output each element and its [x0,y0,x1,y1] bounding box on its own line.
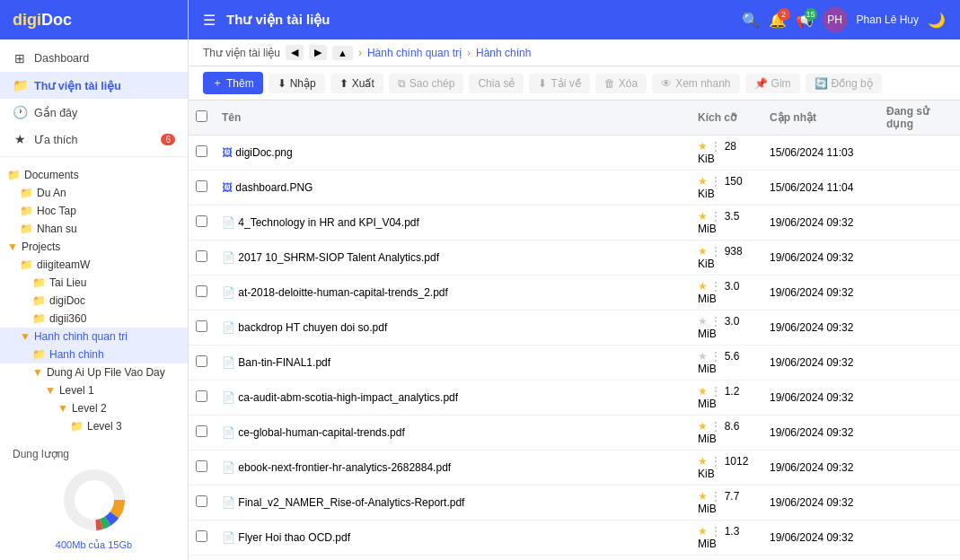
table-row[interactable]: 📄 ca-audit-abm-scotia-high-impact_analyt… [189,381,960,416]
delete-btn-fg[interactable]: 🗑 Xóa [595,74,647,93]
sidebar-item-favorites-fg[interactable]: ★ Ưa thích 6 [0,126,188,153]
back-btn-fg[interactable]: ◀ [286,45,304,60]
table-row[interactable]: 📄 backdrop HT chuyen doi so.pdf ★ ⋮ 3.0 … [189,311,960,346]
nav-fg: ⊞ Dashboard 📁 Thư viện tài liệu 🕐 Gần đâ… [0,39,188,439]
preview-btn-fg[interactable]: 👁 Xem nhanh [652,74,739,93]
add-btn-fg[interactable]: ＋ Thêm [203,72,263,94]
action-bar-fg: ＋ Thêm ⬇ Nhập ⬆ Xuất ⧉ Sao chép Chia sẻ [189,66,960,101]
share-btn-fg[interactable]: Chia sẻ [469,74,524,93]
avatar-fg[interactable]: PH [823,7,848,32]
sync-btn-fg[interactable]: 🔄 Đồng bộ [806,74,882,93]
export-btn-fg[interactable]: ⬆ Xuất [330,74,383,93]
notif1-button-fg[interactable]: 🔔 2 [769,12,787,29]
tree-item[interactable]: 📁 Du An [0,184,188,202]
file-icon-fg: 📄 [222,391,235,404]
row-checkbox-fg[interactable] [196,460,207,472]
tree-item-label: diigiteamW [37,258,90,271]
copy-btn-fg[interactable]: ⧉ Sao chép [389,74,464,93]
sidebar-item-recent-fg[interactable]: 🕐 Gần đây [0,99,188,126]
table-row[interactable]: 📄 Ban-tin-FINAL1.pdf ★ ⋮ 5.6 MiB 19/06/2… [189,346,960,381]
tree-item[interactable]: 📁 Documents [0,166,188,184]
sidebar-item-library-fg[interactable]: 📁 Thư viện tài liệu [0,72,188,99]
star-icon-row-fg[interactable]: ★ [698,350,708,363]
import-btn-fg[interactable]: ⬇ Nhập [269,74,325,93]
row-checkbox-fg[interactable] [196,425,207,437]
more-icon-fg[interactable]: ⋮ [710,385,721,398]
row-checkbox-fg[interactable] [196,320,207,332]
breadcrumb-item2-fg[interactable]: Hành chính [476,47,531,59]
more-icon-fg[interactable]: ⋮ [710,490,721,503]
star-icon-row-fg[interactable]: ★ [698,245,708,258]
table-row[interactable]: 📄 ce-global-human-capital-trends.pdf ★ ⋮… [189,416,960,451]
tree-item[interactable]: 📁 diigiteamW [0,256,188,274]
more-icon-fg[interactable]: ⋮ [710,455,721,468]
tree-item[interactable]: 📁 digii360 [0,310,188,328]
more-icon-fg[interactable]: ⋮ [710,350,721,363]
table-row[interactable]: 🖼 dashboard.PNG ★ ⋮ 150 KiB 15/06/2024 1… [189,171,960,206]
search-button-fg[interactable]: 🔍 [742,12,760,29]
select-all-fg[interactable] [196,110,207,122]
row-checkbox-fg[interactable] [196,495,207,507]
tree-item[interactable]: ▼ Level 1 [0,381,188,399]
tree-item[interactable]: ▼ Hanh chinh quan tri [0,328,188,346]
col-name-fg: Tên [215,101,691,136]
more-icon-fg[interactable]: ⋮ [710,525,721,538]
more-icon-fg[interactable]: ⋮ [710,315,721,328]
star-icon-row-fg[interactable]: ★ [698,315,708,328]
more-icon-fg[interactable]: ⋮ [710,280,721,293]
more-icon-fg[interactable]: ⋮ [710,140,721,153]
row-checkbox-fg[interactable] [196,355,207,367]
file-icon-fg: 📄 [222,496,235,509]
row-checkbox-fg[interactable] [196,250,207,262]
table-row[interactable]: 📄 Final_v2_NAMER_Rise-of-Analytics-Repor… [189,486,960,521]
more-icon-fg[interactable]: ⋮ [710,210,721,223]
star-icon-row-fg[interactable]: ★ [698,455,708,468]
tree-item[interactable]: 📁 Hoc Tap [0,202,188,220]
star-icon-row-fg[interactable]: ★ [698,490,708,503]
more-icon-fg[interactable]: ⋮ [710,175,721,188]
tree-item[interactable]: 📁 Nhan su [0,220,188,238]
star-icon-row-fg[interactable]: ★ [698,140,708,153]
up-btn-fg[interactable]: ▲ [332,46,353,60]
row-checkbox-fg[interactable] [196,285,207,297]
more-icon-fg[interactable]: ⋮ [710,420,721,433]
logo-fg: digiDoc [0,0,188,39]
tree-item[interactable]: ▼ Level 2 [0,399,188,417]
download-btn-fg[interactable]: ⬇ Tải về [529,74,589,93]
star-icon-row-fg[interactable]: ★ [698,280,708,293]
fwd-btn-fg[interactable]: ▶ [309,45,327,60]
notif2-button-fg[interactable]: 📢 15 [796,12,814,29]
menu-button-fg[interactable]: ☰ [203,12,216,29]
tree-item[interactable]: ▼ Dung Ai Up File Vao Day [0,363,188,381]
table-row[interactable]: 📄 2017 10_SHRM-SIOP Talent Analytics.pdf… [189,241,960,276]
more-icon-fg[interactable]: ⋮ [710,245,721,258]
table-row[interactable]: 📄 4_Technology in HR and KPI_V04.pdf ★ ⋮… [189,206,960,241]
sidebar-item-dashboard-fg[interactable]: ⊞ Dashboard [0,45,188,72]
table-row[interactable]: 🖼 digiDoc.png ★ ⋮ 28 KiB 15/06/2024 11:0… [189,136,960,171]
row-checkbox-fg[interactable] [196,145,207,157]
breadcrumb-item1-fg[interactable]: Hành chính quan trị [367,47,462,59]
table-row[interactable]: 📄 Flyer Hoi thao OCD.pdf ★ ⋮ 1.3 MiB 19/… [189,521,960,556]
tree-folder-icon: 📁 [32,294,46,307]
moon-button[interactable]: 🌙 [928,12,946,29]
table-row[interactable]: 📄 hita100113sg.pdf ★ ⋮ 404 KiB 19/06/202… [189,556,960,561]
tree-item[interactable]: ▼ Projects [0,238,188,256]
table-row[interactable]: 📄 at-2018-deloitte-human-capital-trends_… [189,276,960,311]
star-icon-row-fg[interactable]: ★ [698,525,708,538]
tree-item[interactable]: 📁 Tai Lieu [0,274,188,292]
star-icon-row-fg[interactable]: ★ [698,420,708,433]
star-icon-row-fg[interactable]: ★ [698,210,708,223]
star-icon-row-fg[interactable]: ★ [698,385,708,398]
tree-item[interactable]: 📁 Level 3 [0,417,188,435]
row-checkbox-fg[interactable] [196,215,207,227]
table-row[interactable]: 📄 ebook-next-frontier-hr-analytics-26828… [189,451,960,486]
star-icon-row-fg[interactable]: ★ [698,175,708,188]
tree-item[interactable]: 📁 digiDoc [0,292,188,310]
tree-item[interactable]: 📁 Hanh chinh [0,346,188,363]
notif1-badge-fg: 2 [778,8,790,21]
save-btn-fg[interactable]: 📌 Gim [745,74,800,93]
row-checkbox-fg[interactable] [196,180,207,192]
row-checkbox-fg[interactable] [196,390,207,402]
row-checkbox-fg[interactable] [196,530,207,542]
file-updated-fg: 19/06/2024 09:32 [762,276,879,311]
